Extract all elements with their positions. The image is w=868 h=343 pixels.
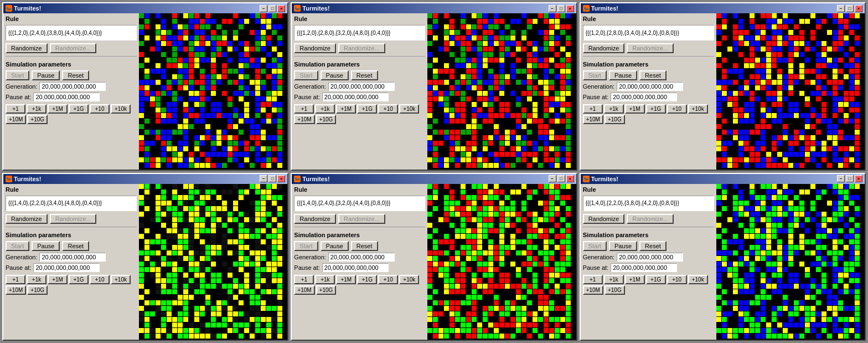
step-btn-4-4[interactable]: +10 [90, 275, 110, 284]
step-btn-2-4[interactable]: +10 [378, 104, 398, 114]
step-btn-5-7[interactable]: +10G [316, 285, 337, 295]
step-btn-5-4[interactable]: +10 [378, 275, 398, 284]
step-btn-1-7[interactable]: +10G [27, 115, 48, 124]
start-button-5[interactable]: Start [294, 241, 318, 251]
maximize-button-6[interactable]: □ [846, 175, 854, 182]
start-button-1[interactable]: Start [6, 70, 29, 80]
step-btn-4-5[interactable]: +10k [111, 275, 131, 284]
close-button-4[interactable]: × [277, 175, 285, 182]
step-btn-3-7[interactable]: +10G [604, 115, 625, 124]
step-btn-4-6[interactable]: +10M [6, 285, 26, 295]
randomize-button-6[interactable]: Randomize [583, 214, 625, 224]
window-body-2: Rule {{{1,2,0},{2,8,0},{3,2,0},{4,8,0},{… [292, 13, 576, 170]
minimize-button-4[interactable]: − [260, 175, 267, 182]
step-btn-3-2[interactable]: +1M [625, 104, 645, 114]
minimize-button-2[interactable]: − [549, 5, 556, 12]
randomize2-button-2[interactable]: Randomize... [338, 43, 385, 53]
maximize-button-4[interactable]: □ [268, 175, 276, 182]
generation-label-5: Generation: [294, 254, 326, 260]
step-btn-6-0[interactable]: +1 [583, 275, 603, 284]
step-btn-3-3[interactable]: +1G [646, 104, 666, 114]
step-btn-1-6[interactable]: +10M [6, 115, 26, 124]
randomize-button-5[interactable]: Randomize [294, 214, 336, 224]
step-btn-4-0[interactable]: +1 [6, 275, 25, 284]
step-btn-6-1[interactable]: +1k [604, 275, 624, 284]
maximize-button-2[interactable]: □ [557, 5, 565, 12]
reset-button-5[interactable]: Reset [351, 241, 378, 251]
pause-button-6[interactable]: Pause [609, 241, 637, 251]
step-btn-3-5[interactable]: +10k [688, 104, 708, 114]
minimize-button-1[interactable]: − [260, 5, 267, 12]
step-btn-4-7[interactable]: +10G [27, 285, 48, 295]
reset-button-1[interactable]: Reset [62, 70, 89, 80]
step-btn-1-1[interactable]: +1k [27, 104, 46, 114]
step-btn-6-3[interactable]: +1G [646, 275, 666, 284]
minimize-button-3[interactable]: − [837, 5, 845, 12]
step-btn-2-1[interactable]: +1k [315, 104, 335, 114]
step-btn-6-5[interactable]: +10k [688, 275, 708, 284]
step-btn-5-3[interactable]: +1G [357, 275, 377, 284]
randomize-button-2[interactable]: Randomize [294, 43, 336, 53]
step-btn-3-4[interactable]: +10 [667, 104, 687, 114]
step-btn-2-7[interactable]: +10G [316, 115, 337, 124]
minimize-button-5[interactable]: − [549, 175, 556, 182]
close-button-1[interactable]: × [277, 5, 285, 12]
start-button-6[interactable]: Start [583, 241, 607, 251]
step-btn-5-2[interactable]: +1M [336, 275, 356, 284]
randomize2-button-3[interactable]: Randomize... [627, 43, 674, 53]
reset-button-3[interactable]: Reset [639, 70, 666, 80]
randomize2-button-5[interactable]: Randomize... [338, 214, 385, 224]
step-btn-1-2[interactable]: +1M [48, 104, 68, 114]
maximize-button-3[interactable]: □ [846, 5, 854, 12]
step-btn-5-1[interactable]: +1k [315, 275, 335, 284]
start-button-3[interactable]: Start [583, 70, 607, 80]
step-btn-1-3[interactable]: +1G [69, 104, 89, 114]
pause-at-label-4: Pause at: [6, 264, 31, 271]
pause-button-3[interactable]: Pause [609, 70, 637, 80]
pause-button-5[interactable]: Pause [321, 241, 349, 251]
step-btn-3-6[interactable]: +10M [583, 115, 603, 124]
pause-button-2[interactable]: Pause [321, 70, 349, 80]
simulation-canvas-5 [427, 184, 576, 340]
randomize2-button-1[interactable]: Randomize... [50, 43, 97, 53]
close-button-5[interactable]: × [566, 175, 574, 182]
randomize-button-4[interactable]: Randomize [6, 214, 48, 224]
maximize-button-5[interactable]: □ [557, 175, 565, 182]
minimize-button-6[interactable]: − [837, 175, 845, 182]
step-btn-2-2[interactable]: +1M [336, 104, 356, 114]
step-btn-5-6[interactable]: +10M [294, 285, 314, 295]
close-button-3[interactable]: × [855, 5, 862, 12]
close-button-6[interactable]: × [855, 175, 862, 182]
step-btn-4-1[interactable]: +1k [27, 275, 46, 284]
start-button-2[interactable]: Start [294, 70, 318, 80]
reset-button-6[interactable]: Reset [639, 241, 666, 251]
randomize-button-3[interactable]: Randomize [583, 43, 625, 53]
step-btn-4-3[interactable]: +1G [69, 275, 89, 284]
step-btn-6-7[interactable]: +10G [604, 285, 625, 295]
close-button-2[interactable]: × [566, 5, 574, 12]
step-btn-2-3[interactable]: +1G [357, 104, 377, 114]
step-btn-5-0[interactable]: +1 [294, 275, 314, 284]
randomize2-button-4[interactable]: Randomize... [50, 214, 97, 224]
maximize-button-1[interactable]: □ [268, 5, 276, 12]
step-btn-1-4[interactable]: +10 [90, 104, 110, 114]
step-btn-2-0[interactable]: +1 [294, 104, 314, 114]
pause-button-1[interactable]: Pause [32, 70, 60, 80]
randomize-button-1[interactable]: Randomize [6, 43, 48, 53]
step-btn-4-2[interactable]: +1M [48, 275, 68, 284]
step-btn-6-2[interactable]: +1M [625, 275, 645, 284]
step-btn-5-5[interactable]: +10k [399, 275, 419, 284]
start-button-4[interactable]: Start [6, 241, 29, 251]
step-btn-6-4[interactable]: +10 [667, 275, 687, 284]
step-btn-2-6[interactable]: +10M [294, 115, 314, 124]
step-btn-1-5[interactable]: +10k [111, 104, 131, 114]
step-btn-3-1[interactable]: +1k [604, 104, 624, 114]
randomize2-button-6[interactable]: Randomize... [627, 214, 674, 224]
pause-button-4[interactable]: Pause [32, 241, 60, 251]
step-btn-2-5[interactable]: +10k [399, 104, 419, 114]
step-btn-3-0[interactable]: +1 [583, 104, 603, 114]
step-btn-1-0[interactable]: +1 [6, 104, 25, 114]
reset-button-2[interactable]: Reset [351, 70, 378, 80]
step-btn-6-6[interactable]: +10M [583, 285, 603, 295]
reset-button-4[interactable]: Reset [62, 241, 89, 251]
